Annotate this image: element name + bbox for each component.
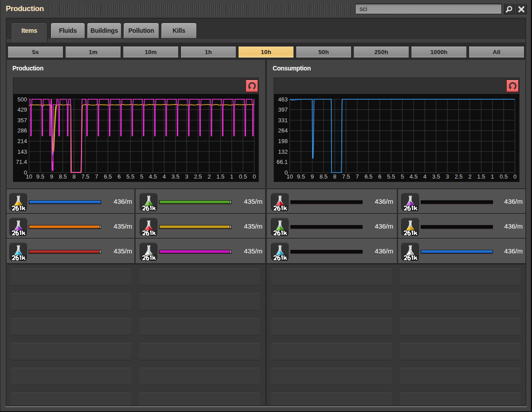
svg-text:7.5: 7.5 — [342, 173, 350, 180]
svg-text:4: 4 — [423, 173, 426, 180]
svg-text:5.5: 5.5 — [387, 173, 395, 180]
svg-text:3.5: 3.5 — [172, 173, 180, 180]
svg-text:4.5: 4.5 — [410, 173, 418, 180]
svg-text:4.5: 4.5 — [149, 173, 157, 180]
svg-text:397: 397 — [278, 106, 288, 113]
svg-text:9: 9 — [50, 173, 53, 180]
svg-text:5.5: 5.5 — [126, 173, 134, 180]
svg-text:6.5: 6.5 — [104, 173, 112, 180]
svg-text:3: 3 — [185, 173, 188, 180]
svg-text:10: 10 — [26, 173, 32, 180]
svg-text:463: 463 — [278, 96, 288, 103]
svg-text:0.5: 0.5 — [239, 173, 247, 180]
svg-text:5: 5 — [401, 173, 404, 180]
svg-text:7.5: 7.5 — [81, 173, 89, 180]
svg-text:6: 6 — [117, 173, 121, 180]
svg-text:66.1: 66.1 — [277, 159, 288, 165]
svg-text:8.5: 8.5 — [59, 173, 67, 180]
svg-text:264: 264 — [278, 127, 288, 134]
svg-text:6: 6 — [378, 173, 381, 180]
svg-text:3.5: 3.5 — [432, 173, 440, 180]
svg-text:9.5: 9.5 — [297, 173, 305, 180]
svg-text:8: 8 — [72, 173, 75, 180]
svg-text:7: 7 — [95, 173, 98, 180]
svg-text:143: 143 — [17, 148, 27, 155]
svg-text:3: 3 — [446, 173, 449, 180]
svg-text:1: 1 — [491, 173, 494, 180]
svg-text:2: 2 — [468, 173, 471, 180]
svg-text:0: 0 — [513, 173, 516, 180]
svg-text:500: 500 — [17, 96, 27, 103]
svg-text:8.5: 8.5 — [320, 173, 328, 180]
svg-text:4: 4 — [163, 173, 166, 180]
svg-text:2.5: 2.5 — [454, 173, 462, 180]
svg-text:331: 331 — [278, 117, 288, 124]
svg-text:2.5: 2.5 — [194, 173, 202, 180]
svg-text:2: 2 — [207, 173, 211, 180]
svg-text:8: 8 — [333, 173, 336, 180]
svg-text:429: 429 — [17, 106, 27, 113]
svg-text:9.5: 9.5 — [36, 173, 44, 180]
svg-text:357: 357 — [17, 117, 27, 124]
svg-text:1.5: 1.5 — [216, 173, 224, 180]
svg-text:1.5: 1.5 — [477, 173, 485, 180]
svg-text:1: 1 — [230, 173, 233, 180]
svg-text:286: 286 — [17, 127, 27, 134]
svg-text:132: 132 — [278, 148, 288, 155]
svg-text:0.5: 0.5 — [500, 173, 508, 180]
svg-text:71.4: 71.4 — [16, 159, 27, 165]
svg-text:7: 7 — [356, 173, 359, 180]
svg-text:198: 198 — [278, 138, 288, 144]
svg-text:0: 0 — [253, 173, 256, 180]
svg-text:9: 9 — [311, 173, 314, 180]
svg-text:6.5: 6.5 — [364, 173, 372, 180]
svg-text:5: 5 — [140, 173, 143, 180]
svg-text:10: 10 — [286, 173, 293, 180]
svg-text:214: 214 — [17, 138, 27, 144]
